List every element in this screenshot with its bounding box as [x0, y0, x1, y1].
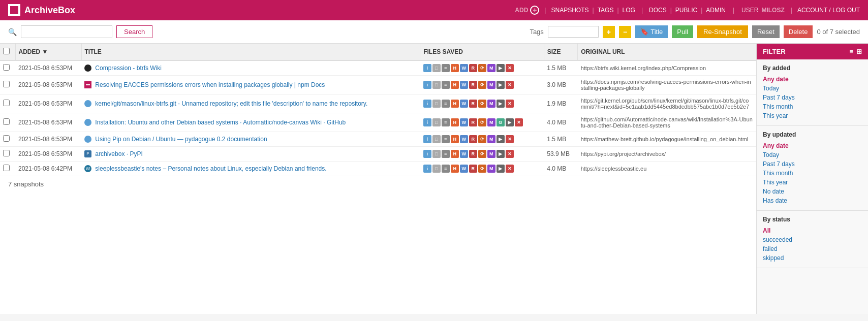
row-checkbox[interactable]	[3, 165, 10, 171]
file-icon[interactable]: ≡	[442, 150, 450, 158]
file-icon[interactable]: M	[487, 100, 495, 108]
file-icon[interactable]: H	[451, 81, 459, 89]
filter-status-all[interactable]: All	[763, 226, 862, 235]
filter-added-any[interactable]: Any date	[763, 75, 862, 84]
file-icon[interactable]: ⟳	[478, 165, 486, 173]
filter-added-7days[interactable]: Past 7 days	[763, 93, 862, 102]
filter-menu-icon[interactable]: ≡	[849, 48, 853, 55]
file-icon[interactable]: H	[451, 64, 459, 72]
file-icon[interactable]: W	[460, 64, 468, 72]
file-icon[interactable]: i	[423, 165, 431, 173]
file-icon[interactable]: ✕	[506, 100, 514, 108]
file-icon[interactable]: M	[487, 165, 495, 173]
file-icon[interactable]: R	[469, 165, 477, 173]
file-icon[interactable]: □	[432, 150, 441, 158]
row-checkbox[interactable]	[3, 135, 10, 142]
file-icon[interactable]: H	[451, 135, 459, 143]
file-icon[interactable]: □	[432, 135, 441, 143]
row-checkbox[interactable]	[3, 81, 10, 87]
file-icon[interactable]: M	[487, 118, 495, 126]
filter-updated-today[interactable]: Today	[763, 150, 862, 159]
file-icon[interactable]: ⟳	[478, 135, 486, 143]
logo-link[interactable]: ArchiveBox	[8, 4, 75, 16]
filter-status-failed[interactable]: failed	[763, 244, 862, 253]
filter-status-skipped[interactable]: skipped	[763, 253, 862, 263]
filter-updated-month[interactable]: This month	[763, 169, 862, 178]
file-icon[interactable]: R	[469, 100, 477, 108]
file-icon[interactable]: H	[451, 165, 459, 173]
nav-tags[interactable]: TAGS	[598, 7, 614, 14]
file-icon[interactable]: ≡	[442, 165, 450, 173]
file-icon[interactable]: i	[423, 81, 431, 89]
file-icon[interactable]: ≡	[442, 64, 450, 72]
file-icon[interactable]: ▶	[497, 165, 505, 173]
filter-grid-icon[interactable]: ⊞	[856, 48, 862, 55]
file-icon[interactable]: ✕	[506, 64, 514, 72]
file-icon[interactable]: R	[469, 135, 477, 143]
nav-docs[interactable]: DOCS	[649, 7, 667, 14]
filter-updated-7days[interactable]: Past 7 days	[763, 159, 862, 169]
file-icon[interactable]: W	[460, 165, 468, 173]
filter-added-today[interactable]: Today	[763, 84, 862, 93]
file-icon[interactable]: ≡	[442, 81, 450, 89]
file-icon[interactable]: M	[487, 64, 495, 72]
filter-added-month[interactable]: This month	[763, 102, 862, 111]
file-icon[interactable]: ≡	[442, 135, 450, 143]
file-icon[interactable]: ⟳	[478, 100, 486, 108]
file-icon[interactable]: ✕	[506, 81, 514, 89]
file-icon[interactable]: R	[469, 118, 477, 126]
row-checkbox[interactable]	[3, 100, 10, 106]
file-icon[interactable]: ▶	[497, 135, 505, 143]
row-title-link[interactable]: Compression - btrfs Wiki	[95, 65, 162, 72]
file-icon[interactable]: □	[432, 118, 441, 126]
tags-remove-button[interactable]: −	[619, 26, 631, 38]
nav-account[interactable]: ACCOUNT / LOG OUT	[797, 7, 860, 14]
file-icon[interactable]: ▶	[497, 81, 505, 89]
file-icon[interactable]: ✕	[506, 165, 514, 173]
file-icon[interactable]: H	[451, 118, 459, 126]
file-icon[interactable]: H	[451, 150, 459, 158]
file-icon[interactable]: M	[487, 135, 495, 143]
file-icon[interactable]: □	[432, 64, 441, 72]
file-icon[interactable]: W	[460, 150, 468, 158]
file-icon[interactable]: R	[469, 81, 477, 89]
reset-button[interactable]: Reset	[752, 25, 780, 38]
filter-updated-any[interactable]: Any date	[763, 141, 862, 150]
file-icon[interactable]: ▶	[497, 100, 505, 108]
file-icon[interactable]: i	[423, 135, 431, 143]
file-icon[interactable]: ≡	[442, 100, 450, 108]
file-icon[interactable]: W	[460, 135, 468, 143]
row-checkbox[interactable]	[3, 64, 10, 71]
row-title-link[interactable]: Using Pip on Debian / Ubuntu — pydagogue…	[95, 136, 267, 143]
file-icon[interactable]: □	[432, 165, 441, 173]
file-icon[interactable]: i	[423, 150, 431, 158]
resnap-button[interactable]: Re-Snapshot	[697, 25, 748, 38]
file-icon[interactable]: M	[487, 150, 495, 158]
file-icon[interactable]: W	[460, 81, 468, 89]
file-icon[interactable]: ⟳	[478, 64, 486, 72]
nav-add[interactable]: ADD +	[515, 6, 539, 15]
row-title-link[interactable]: sleeplessbeastie's notes – Personal note…	[95, 165, 326, 172]
file-icon[interactable]: ≡	[442, 118, 450, 126]
file-icon[interactable]: ✕	[515, 118, 523, 126]
row-title-link[interactable]: archivebox · PyPI	[95, 150, 142, 157]
nav-admin[interactable]: ADMIN	[706, 7, 726, 14]
file-icon[interactable]: M	[487, 81, 495, 89]
file-icon[interactable]: ⟳	[478, 81, 486, 89]
file-icon[interactable]: □	[432, 81, 441, 89]
file-icon[interactable]: i	[423, 100, 431, 108]
file-icon[interactable]: R	[469, 64, 477, 72]
title-button[interactable]: 🔖 Title	[635, 25, 668, 38]
row-title-link[interactable]: kernel/git/mason/linux-btrfs.git - Unnam…	[95, 100, 367, 107]
file-icon[interactable]: R	[469, 150, 477, 158]
filter-updated-hasdate[interactable]: Has date	[763, 196, 862, 205]
nav-log[interactable]: LOG	[623, 7, 635, 14]
select-all-checkbox[interactable]	[3, 48, 10, 54]
file-icon[interactable]: W	[460, 118, 468, 126]
file-icon[interactable]: ▶	[497, 150, 505, 158]
file-icon[interactable]: ▶	[497, 64, 505, 72]
file-icon[interactable]: G	[497, 118, 505, 126]
file-icon[interactable]: □	[432, 100, 441, 108]
file-icon[interactable]: ▶	[506, 118, 514, 126]
filter-updated-year[interactable]: This year	[763, 178, 862, 187]
